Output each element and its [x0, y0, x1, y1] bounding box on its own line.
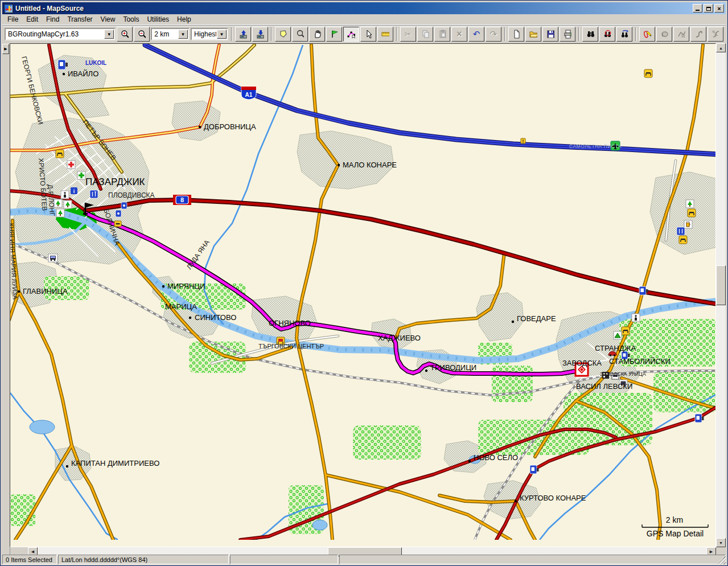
pharmacy-icon — [77, 171, 85, 179]
label-malo-konare: МАЛО КОНАРЕ — [343, 161, 397, 169]
map-scale-dropdown-icon[interactable]: ▼ — [178, 30, 188, 39]
label-sinitovo: СИНИТОВО — [195, 313, 236, 322]
bar-icon — [684, 220, 692, 228]
save-button[interactable] — [542, 27, 558, 42]
menu-file[interactable]: File — [3, 14, 22, 24]
lodging-icon — [56, 150, 64, 158]
menu-view[interactable]: View — [97, 14, 120, 24]
find-nearest-button[interactable] — [599, 27, 615, 42]
map-scale-select[interactable]: 2 km ▼ — [151, 28, 190, 40]
redo-icon: ↷ — [490, 29, 497, 39]
route-properties-button[interactable] — [690, 27, 706, 42]
restore-button[interactable] — [704, 4, 713, 13]
binoculars-nearest-icon — [603, 30, 611, 39]
detail-dropdown-icon[interactable]: ▼ — [217, 30, 227, 39]
label-pazardzhik: ПАЗАРДЖИК — [85, 177, 145, 187]
send-to-device-icon — [239, 30, 247, 39]
route-edit-icon — [677, 30, 685, 39]
church-icon — [632, 314, 640, 322]
zoom-out-button[interactable] — [134, 27, 150, 42]
scroll-down-button[interactable]: ▼ — [716, 538, 726, 547]
panel-expand-button[interactable]: ▶ — [2, 44, 9, 54]
status-empty-cell — [230, 555, 338, 564]
edit-route-button[interactable] — [673, 27, 689, 42]
print-button[interactable] — [560, 27, 575, 42]
minimize-button[interactable] — [693, 4, 702, 13]
menu-find[interactable]: Find — [42, 14, 63, 24]
receive-from-device-button[interactable] — [252, 27, 268, 42]
toolbar-separator — [396, 27, 397, 41]
app-icon — [4, 4, 13, 13]
flag-tool-icon — [330, 30, 338, 39]
find-button[interactable] — [582, 27, 598, 42]
window-title: Untitled - MapSource — [15, 5, 84, 13]
send-to-device-button[interactable] — [235, 27, 251, 42]
scroll-up-button[interactable]: ▲ — [716, 43, 726, 52]
menu-edit[interactable]: Edit — [22, 14, 42, 24]
shield-motorway-a1: А1 — [241, 87, 256, 100]
scroll-down-icon: ▼ — [719, 541, 723, 545]
panel-expand-icon: ▶ — [4, 47, 7, 51]
open-button[interactable] — [525, 27, 541, 42]
undo-icon: ↶ — [473, 29, 480, 39]
title-bar[interactable]: Untitled - MapSource × — [2, 2, 726, 14]
waypoint-tool-button[interactable] — [326, 27, 342, 42]
map-canvas[interactable]: 8 А1 LU — [10, 43, 716, 547]
vertical-scrollbar[interactable]: ▲ ▼ — [716, 43, 726, 547]
menu-utilities[interactable]: Utilities — [143, 14, 173, 24]
ruler-icon — [381, 30, 389, 39]
detail-select[interactable]: Highest ▼ — [191, 28, 228, 40]
measure-tool-button[interactable] — [377, 27, 393, 42]
menu-tools[interactable]: Tools — [119, 14, 143, 24]
binoculars-icon — [586, 30, 594, 39]
hospital-icon — [67, 161, 75, 169]
shield-a1-text: А1 — [245, 92, 253, 98]
edit-waypoint-button[interactable] — [639, 27, 655, 42]
waypoint-pencil-icon — [643, 30, 651, 39]
route-tool-button[interactable] — [343, 27, 359, 42]
delete-icon: × — [456, 29, 462, 39]
pan-tool-button[interactable] — [309, 27, 325, 42]
bus-station-icon — [48, 254, 57, 262]
information-icon: i — [71, 187, 77, 194]
menu-help[interactable]: Help — [173, 14, 195, 24]
redo-button[interactable]: ↷ — [486, 27, 501, 42]
paste-button[interactable] — [434, 27, 450, 42]
vertical-scroll-thumb[interactable] — [716, 265, 726, 305]
edit-track-button[interactable] — [656, 27, 672, 42]
recent-finds-button[interactable] — [616, 27, 632, 42]
delete-button[interactable]: × — [451, 27, 467, 42]
product-value: BGRoutingMapCyr1.63 — [8, 30, 104, 38]
copy-button[interactable] — [417, 27, 433, 42]
route-s-icon — [694, 30, 702, 39]
product-select[interactable]: BGRoutingMapCyr1.63 ▼ — [5, 28, 116, 40]
resize-grip[interactable] — [718, 556, 726, 564]
menu-bar: File Edit Find Transfer View Tools Utili… — [2, 14, 726, 25]
park-tree-icon — [56, 209, 64, 217]
toolbar: BGRoutingMapCyr1.63 ▼ 2 km ▼ Highest ▼ — [2, 25, 726, 43]
collapsed-data-panel: ▶ — [2, 43, 10, 547]
label-samoletna-pista: САМОЛЕТНА ПИСТА — [569, 143, 622, 149]
lodging-icon — [622, 327, 630, 335]
zoom-tool-button[interactable] — [292, 27, 308, 42]
zoom-in-button[interactable] — [117, 27, 133, 42]
label-glavinitsa: ГЛАВИНИЦА — [23, 287, 68, 296]
undo-button[interactable]: ↶ — [468, 27, 484, 42]
new-document-button[interactable] — [508, 27, 524, 42]
menu-transfer[interactable]: Transfer — [63, 14, 96, 24]
cut-button[interactable]: ✂ — [400, 27, 416, 42]
close-button[interactable]: × — [714, 4, 724, 13]
receive-from-device-icon — [256, 30, 264, 39]
zoom-tool-icon — [296, 30, 304, 39]
map-scale-value: 2 km — [154, 30, 178, 38]
new-document-icon — [512, 30, 520, 39]
map-tool-button[interactable] — [275, 27, 291, 42]
product-dropdown-icon[interactable]: ▼ — [104, 30, 114, 39]
label-plovdivska: ПЛОВДИВСКА — [108, 191, 155, 199]
divide-route-button[interactable] — [708, 27, 723, 42]
print-icon — [564, 30, 571, 39]
selection-tool-button[interactable] — [360, 27, 376, 42]
route-scissors-icon — [711, 30, 719, 39]
label-kapitan-dimitrievo: КАПИТАН ДИМИТРИЕВО — [71, 459, 159, 467]
map-svg[interactable]: 8 А1 LU — [10, 44, 716, 540]
